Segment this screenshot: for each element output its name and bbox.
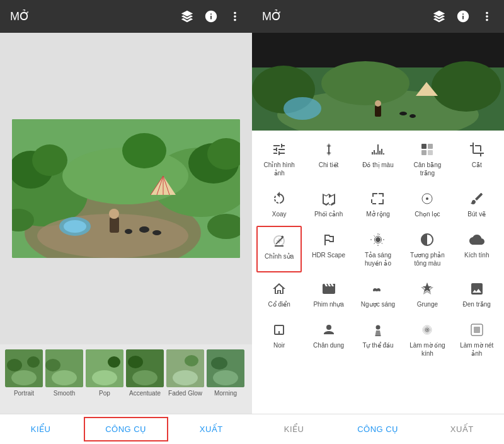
tool-label-chinh-hinh-anh: Chỉnh hình ảnh (259, 161, 299, 177)
thumbnail-morning[interactable]: Morning (207, 349, 244, 397)
tool-label-do-thi-mau: Đồ thị màu (362, 161, 394, 169)
tool-nguoc-sang[interactable]: Ngược sáng (355, 275, 401, 313)
tool-label-lam-mo-ong-kinh: Làm mờ ống kính (407, 341, 447, 358)
tool-tu-the-dau[interactable]: Tự thể đầu (355, 316, 401, 363)
tool-icon-tuong-phan (420, 231, 435, 248)
tool-xoay[interactable]: Xoay (256, 185, 302, 223)
tool-label-chinh-sua: Chỉnh sửa (265, 252, 294, 260)
tool-mo-rong[interactable]: Mở rộng (355, 185, 401, 223)
svg-point-33 (92, 370, 117, 385)
svg-point-27 (7, 359, 22, 371)
tool-label-xoay: Xoay (272, 210, 287, 218)
svg-rect-51 (375, 105, 381, 117)
thumbnail-label-smooth: Smooth (54, 390, 75, 397)
svg-rect-56 (421, 144, 427, 149)
main-image (12, 119, 240, 258)
tool-icon-can-bang-trang (420, 141, 435, 158)
right-layers-icon[interactable] (432, 9, 446, 23)
tool-icon-mo-rong (370, 190, 386, 207)
left-tab-xuat[interactable]: XUẤT (171, 414, 252, 444)
tool-label-den-trang: Đen trắng (463, 300, 491, 308)
svg-point-40 (185, 355, 198, 366)
tool-can-bang-trang[interactable]: Cân bằng trắng (404, 136, 450, 182)
tool-icon-kich-tinh (469, 231, 484, 248)
tool-label-tuong-phan: Tương phản tông màu (407, 251, 447, 267)
svg-point-61 (426, 197, 428, 200)
tool-chan-dung[interactable]: Chân dung (306, 316, 352, 363)
svg-point-52 (375, 100, 381, 107)
tool-lam-mo-ong-kinh[interactable]: Làm mờ ống kính (404, 316, 450, 363)
right-header: MỞ (252, 0, 504, 33)
tool-chinh-hinh-anh[interactable]: Chỉnh hình ảnh (256, 136, 302, 182)
svg-point-63 (326, 325, 331, 330)
tool-grunge[interactable]: Grunge (404, 275, 450, 313)
tool-lam-mo-net-anh[interactable]: Làm mờ nét ảnh (454, 316, 500, 363)
svg-point-19 (64, 220, 86, 233)
tool-chi-tiet[interactable]: Chi tiết (306, 136, 352, 182)
svg-point-68 (427, 329, 428, 331)
tool-hdr-scape[interactable]: HDR Scape (306, 226, 352, 272)
right-info-icon[interactable] (456, 9, 470, 23)
svg-point-48 (432, 61, 501, 112)
tool-icon-chon-loc (420, 190, 435, 207)
svg-rect-70 (474, 327, 480, 333)
tool-tuong-phan[interactable]: Tương phản tông màu (404, 226, 450, 272)
svg-point-49 (321, 61, 410, 105)
thumbnail-smooth[interactable]: Smooth (45, 349, 83, 397)
svg-point-50 (284, 97, 321, 120)
layers-icon[interactable] (180, 9, 194, 23)
tool-icon-cat (469, 141, 484, 158)
svg-point-62 (375, 238, 380, 242)
thumbnail-faded-glow[interactable]: Faded Glow (166, 349, 204, 397)
tool-icon-grunge (420, 280, 435, 298)
tool-icon-hdr-scape (321, 231, 336, 248)
tool-label-mo-rong: Mở rộng (366, 210, 390, 218)
right-tab-xuat[interactable]: XUẤT (420, 414, 504, 444)
svg-rect-58 (428, 144, 433, 149)
svg-point-34 (108, 356, 120, 368)
tool-cat[interactable]: Cắt (454, 136, 500, 182)
tool-label-can-bang-trang: Cân bằng trắng (407, 161, 447, 177)
right-game-scene (252, 33, 504, 131)
thumbnail-img-smooth (45, 349, 83, 387)
svg-rect-59 (428, 150, 433, 155)
thumbnail-strip: Portrait Smooth Pop Accentuate (0, 344, 252, 414)
thumbnail-img-portrait (5, 349, 43, 387)
tool-chon-loc[interactable]: Chọn lọc (404, 185, 450, 223)
right-title: MỞ (262, 9, 282, 23)
tool-label-kich-tinh: Kích tính (464, 251, 489, 259)
thumbnail-portrait[interactable]: Portrait (5, 349, 43, 397)
thumbnail-img-morning (207, 349, 244, 387)
right-tab-kieu[interactable]: KIỂU (252, 414, 336, 444)
tools-row-2: Xoay Phối cảnh Mở rộng Chọn lọc (255, 185, 501, 223)
right-header-icons (432, 9, 494, 23)
thumbnail-accentuate[interactable]: Accentuate (126, 349, 164, 397)
right-tab-cong-cu[interactable]: CÔNG CỤ (336, 414, 420, 444)
tool-chinh-sua[interactable]: Chỉnh sửa (256, 226, 302, 272)
info-icon[interactable] (204, 9, 218, 23)
tool-label-chi-tiet: Chi tiết (319, 161, 339, 169)
right-more-icon[interactable] (480, 9, 494, 23)
tool-but-ve[interactable]: Bút vẽ (454, 185, 500, 223)
left-header: MỞ (0, 0, 252, 33)
tool-icon-nguoc-sang (370, 280, 386, 298)
tool-icon-tu-the-dau (370, 321, 386, 339)
tool-label-tu-the-dau: Tự thể đầu (362, 341, 393, 349)
tool-toa-sang[interactable]: Tỏa sáng huyền ảo (355, 226, 401, 272)
tool-phoi-canh[interactable]: Phối cảnh (306, 185, 352, 223)
tool-phim-nhua[interactable]: Phim nhựa (306, 275, 352, 313)
svg-point-42 (213, 370, 238, 385)
more-icon[interactable] (228, 9, 242, 23)
tool-do-thi-mau[interactable]: Đồ thị màu (355, 136, 401, 182)
tool-den-trang[interactable]: Đen trắng (454, 275, 500, 313)
thumbnail-label-faded-glow: Faded Glow (168, 390, 202, 397)
tool-noir[interactable]: Noir (256, 316, 302, 363)
left-tab-cong-cu[interactable]: CÔNG CỤ (84, 417, 168, 441)
tool-co-dien[interactable]: Cổ điển (256, 275, 302, 313)
thumbnail-pop[interactable]: Pop (86, 349, 123, 397)
tool-label-toa-sang: Tỏa sáng huyền ảo (358, 251, 398, 267)
svg-point-9 (122, 133, 166, 168)
left-tab-kieu[interactable]: KIỂU (0, 414, 81, 444)
tool-kich-tinh[interactable]: Kích tính (454, 226, 500, 272)
thumbnail-label-morning: Morning (214, 390, 237, 397)
